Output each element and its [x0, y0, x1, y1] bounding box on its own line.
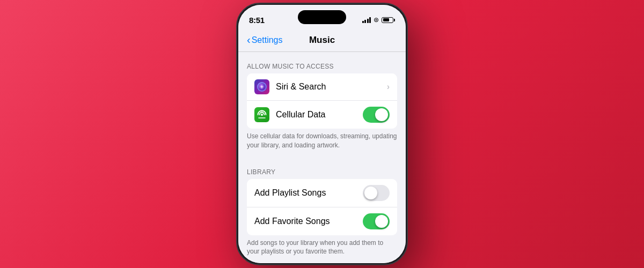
back-label: Settings — [252, 35, 283, 45]
library-note: Add songs to your library when you add t… — [238, 235, 406, 263]
siri-inner-icon — [257, 82, 267, 92]
cellular-toggle[interactable] — [363, 107, 390, 123]
signal-bars-icon — [362, 17, 371, 23]
back-chevron-icon: ‹ — [247, 34, 251, 45]
signal-bar-2 — [364, 20, 366, 23]
add-favorite-songs-row[interactable]: Add Favorite Songs — [247, 207, 397, 235]
signal-bar-3 — [367, 19, 369, 23]
dynamic-island — [298, 10, 346, 24]
toggle-thumb — [364, 187, 377, 199]
add-playlist-songs-row[interactable]: Add Playlist Songs — [247, 179, 397, 207]
toggle-thumb — [375, 108, 388, 121]
add-playlist-songs-label: Add Playlist Songs — [254, 188, 363, 198]
cellular-data-row[interactable]: Cellular Data — [247, 100, 397, 129]
cellular-note: Use cellular data for downloads, streami… — [238, 129, 406, 158]
nav-bar: ‹ Settings Music — [238, 28, 406, 52]
status-time: 8:51 — [249, 16, 265, 25]
signal-bar-1 — [362, 21, 364, 23]
phone-frame: 8:51 ⊛ — [236, 3, 408, 265]
add-favorite-songs-label: Add Favorite Songs — [254, 217, 363, 226]
cellular-data-label: Cellular Data — [276, 110, 363, 120]
settings-content: ALLOW MUSIC TO ACCESS — [238, 52, 406, 263]
svg-point-1 — [261, 114, 263, 116]
wifi-icon: ⊛ — [374, 16, 379, 24]
toggle-thumb — [375, 215, 388, 228]
side-buttons — [236, 47, 237, 62]
chevron-icon: › — [387, 82, 390, 92]
settings-group-allow: Siri & Search › — [247, 73, 397, 129]
section-header-library: LIBRARY — [238, 158, 406, 179]
status-icons: ⊛ — [362, 16, 396, 24]
favorite-toggle[interactable] — [363, 213, 390, 229]
siri-search-row[interactable]: Siri & Search › — [247, 73, 397, 100]
battery-icon — [382, 17, 395, 23]
siri-icon — [254, 79, 269, 94]
siri-search-label: Siri & Search — [276, 82, 387, 92]
right-button — [407, 63, 408, 100]
back-button[interactable]: ‹ Settings — [247, 35, 282, 45]
signal-bar-4 — [369, 17, 371, 23]
cellular-icon — [254, 107, 269, 122]
section-header-allow: ALLOW MUSIC TO ACCESS — [238, 52, 406, 73]
settings-group-library: Add Playlist Songs Add Favorite Songs — [247, 179, 397, 235]
page-title: Music — [309, 35, 335, 46]
screen: 8:51 ⊛ — [238, 5, 406, 263]
playlist-toggle[interactable] — [363, 185, 390, 201]
